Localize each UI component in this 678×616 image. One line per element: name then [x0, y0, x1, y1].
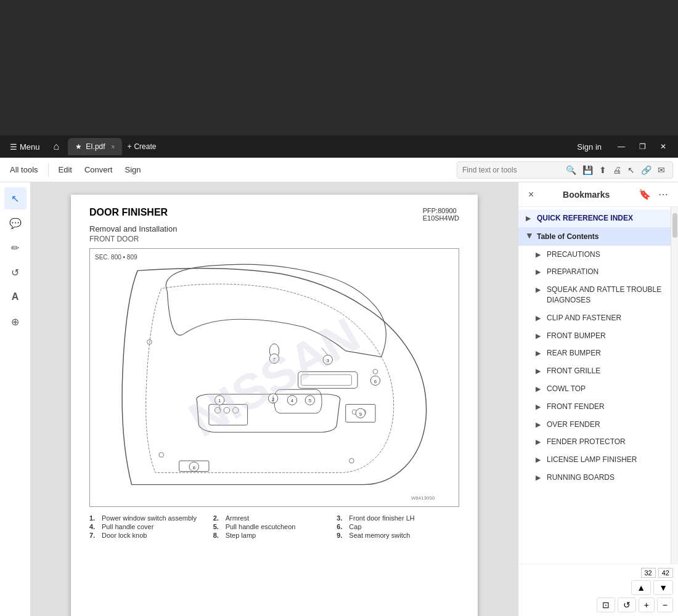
pdf-title: DOOR FINISHER — [89, 207, 168, 218]
toolbar-divider-1 — [48, 164, 49, 176]
pdf-viewer[interactable]: DOOR FINISHER PFP:80900 E10SH4WD Removal… — [31, 182, 518, 616]
bookmark-front-grille[interactable]: ▶ FRONT GRILLE — [518, 362, 671, 380]
bookmark-license-lamp-label: LICENSE LAMP FINISHER — [547, 455, 637, 465]
bookmarks-panel-header: × Bookmarks 🔖 ⋯ — [518, 182, 678, 207]
chevron-fender-protector-icon: ▶ — [536, 438, 543, 446]
bookmark-front-grille-label: FRONT GRILLE — [547, 366, 600, 376]
bookmark-preparation[interactable]: ▶ PREPARATION — [518, 263, 671, 281]
zoom-in-button[interactable]: + — [639, 598, 655, 612]
hamburger-icon: ☰ — [10, 142, 17, 152]
bookmark-precautions-label: PRECAUTIONS — [547, 249, 600, 260]
print-button[interactable]: 🖨 — [610, 164, 624, 176]
draw-tool-button[interactable]: ✏ — [4, 237, 27, 259]
close-window-button[interactable]: ✕ — [653, 138, 673, 155]
mail-button[interactable]: ✉ — [655, 164, 668, 176]
bookmark-front-bumper[interactable]: ▶ FRONT BUMPER — [518, 327, 671, 345]
bookmark-fender-protector-label: FENDER PROTECTOR — [547, 437, 626, 447]
panel-icons: 🔖 ⋯ — [636, 187, 671, 201]
main-area: ↖ 💬 ✏ ↺ A ⊕ DOOR FINISHER PFP:80900 E10S… — [0, 182, 678, 616]
comment-tool-button[interactable]: 💬 — [4, 212, 27, 234]
bookmark-squeak[interactable]: ▶ SQUEAK AND RATTLE TROUBLE DIAGNOSES — [518, 281, 671, 309]
scroll-up-button[interactable]: ▲ — [631, 580, 651, 595]
pdf-part-number: PFP:80900 E10SH4WD — [423, 207, 459, 222]
search-button[interactable]: 🔍 — [563, 164, 579, 176]
panel-scroll-thumb[interactable] — [672, 213, 677, 238]
bookmark-add-button[interactable]: 🔖 — [636, 187, 653, 201]
sign-button[interactable]: Sign — [120, 163, 145, 177]
search-input[interactable] — [462, 166, 561, 174]
sign-in-button[interactable]: Sign in — [572, 140, 607, 154]
chevron-precautions-icon: ▶ — [536, 251, 543, 259]
upload-button[interactable]: ⬆ — [597, 164, 609, 176]
svg-rect-1 — [301, 375, 351, 385]
bookmark-toc[interactable]: ▶ Table of Contents — [518, 228, 671, 246]
bookmark-running-boards-label: RUNNING BOARDS — [547, 472, 615, 483]
bookmark-running-boards[interactable]: ▶ RUNNING BOARDS — [518, 469, 671, 487]
convert-button[interactable]: Convert — [80, 163, 118, 177]
svg-point-10 — [349, 458, 354, 463]
minimize-button[interactable]: — — [611, 138, 631, 155]
menu-label: Menu — [20, 142, 40, 152]
bookmark-clip-label: CLIP AND FASTENER — [547, 313, 621, 323]
svg-text:1: 1 — [218, 399, 221, 404]
bookmarks-list: ▶ QUICK REFERENCE INDEX ▶ Table of Conte… — [518, 207, 671, 564]
svg-text:5: 5 — [309, 399, 311, 404]
bookmarks-close-button[interactable]: × — [526, 188, 536, 201]
svg-point-5 — [232, 407, 239, 413]
text-tool-button[interactable]: A — [4, 286, 27, 308]
bookmark-over-fender-label: OVER FENDER — [547, 419, 600, 430]
app-bar: ☰ Menu ⌂ ★ EI.pdf × + Create Sign in — ❐… — [0, 136, 678, 158]
rotate-tool-button[interactable]: ↺ — [4, 261, 27, 283]
pdf-subtitle: Removal and Installation — [89, 224, 459, 233]
panel-footer: 32 42 ▲ ▼ ⊡ ↺ + − — [518, 564, 678, 616]
fit-page-button[interactable]: ⊡ — [597, 598, 615, 612]
part-3: 3. Front door finisher LH — [337, 514, 459, 522]
zoom-controls: ⊡ ↺ + − — [523, 598, 673, 612]
scroll-down-button[interactable]: ▼ — [653, 580, 673, 595]
zoom-out-button[interactable]: − — [657, 598, 673, 612]
bookmark-over-fender[interactable]: ▶ OVER FENDER — [518, 416, 671, 434]
svg-line-35 — [322, 348, 328, 355]
part-1: 1. Power window switch assembly — [89, 514, 212, 522]
stamp-tool-button[interactable]: ⊕ — [4, 310, 27, 333]
bookmark-squeak-label: SQUEAK AND RATTLE TROUBLE DIAGNOSES — [547, 285, 663, 306]
bookmark-cowl-top[interactable]: ▶ COWL TOP — [518, 380, 671, 398]
svg-text:8: 8 — [193, 465, 195, 471]
all-tools-button[interactable]: All tools — [5, 163, 43, 177]
chevron-front-fender-icon: ▶ — [536, 403, 543, 411]
home-button[interactable]: ⌂ — [50, 139, 63, 155]
pdf-tab[interactable]: ★ EI.pdf × — [68, 138, 122, 155]
rotate-view-button[interactable]: ↺ — [618, 598, 636, 612]
svg-text:W84130S0: W84130S0 — [411, 495, 435, 501]
panel-options-button[interactable]: ⋯ — [656, 187, 671, 201]
part-8: 8. Step lamp — [213, 532, 336, 539]
page-indicators: 32 42 — [523, 568, 673, 578]
bookmark-precautions[interactable]: ▶ PRECAUTIONS — [518, 246, 671, 264]
bookmark-front-fender[interactable]: ▶ FRONT FENDER — [518, 398, 671, 416]
bookmark-license-lamp[interactable]: ▶ LICENSE LAMP FINISHER — [518, 451, 671, 469]
chevron-squeak-icon: ▶ — [536, 286, 543, 294]
bookmark-quick-reference[interactable]: ▶ QUICK REFERENCE INDEX — [518, 209, 671, 228]
chevron-rear-bumper-icon: ▶ — [536, 349, 543, 357]
bookmarks-panel: × Bookmarks 🔖 ⋯ ▶ QUICK REFERENCE INDEX … — [518, 182, 678, 616]
tab-close-button[interactable]: × — [112, 144, 115, 150]
bookmark-clip[interactable]: ▶ CLIP AND FASTENER — [518, 309, 671, 327]
maximize-button[interactable]: ❐ — [632, 138, 652, 155]
chevron-toc-icon: ▶ — [526, 233, 534, 240]
edit-button[interactable]: Edit — [54, 163, 77, 177]
cursor-button[interactable]: ↖ — [625, 164, 637, 176]
link-button[interactable]: 🔗 — [639, 164, 654, 176]
bookmark-fender-protector[interactable]: ▶ FENDER PROTECTOR — [518, 433, 671, 451]
select-tool-button[interactable]: ↖ — [4, 187, 27, 209]
home-icon: ⌂ — [54, 141, 60, 152]
bookmark-rear-bumper[interactable]: ▶ REAR BUMPER — [518, 344, 671, 362]
part-9: 9. Seat memory switch — [337, 532, 459, 539]
svg-text:9: 9 — [359, 411, 362, 417]
bookmark-toc-label: Table of Contents — [537, 232, 598, 242]
part-5: 5. Pull handle escutcheon — [213, 523, 336, 530]
panel-scrollbar[interactable] — [671, 207, 678, 564]
menu-button[interactable]: ☰ Menu — [5, 140, 45, 154]
new-tab-button[interactable]: + Create — [122, 140, 161, 153]
scroll-buttons: ▲ ▼ — [523, 580, 673, 595]
save-button[interactable]: 💾 — [580, 164, 595, 176]
